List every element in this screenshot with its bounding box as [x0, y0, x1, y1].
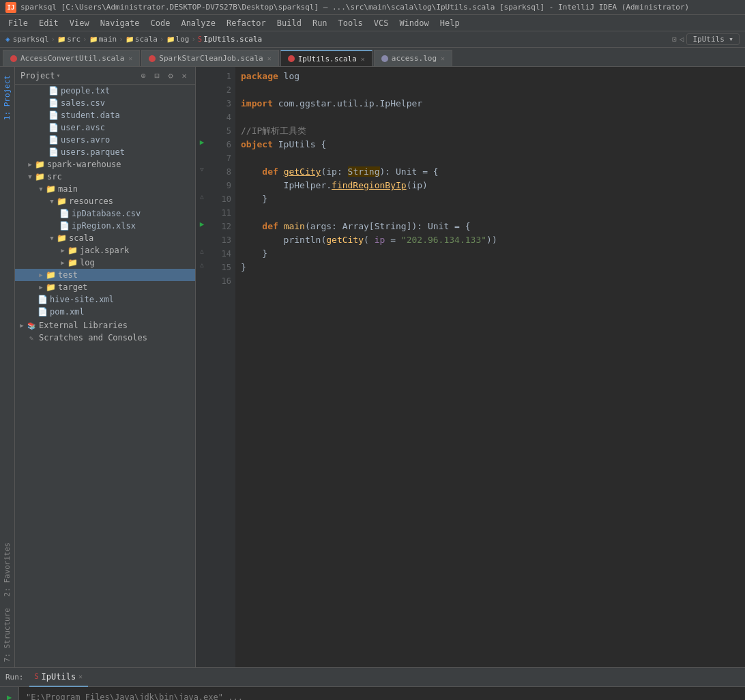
run-gutter-6[interactable]: ▶: [196, 135, 208, 149]
menu-code[interactable]: Code: [145, 17, 176, 29]
project-sidebar: Project ▾ ⊕ ⊟ ⚙ ✕ 📄 people.txt 📄 sales.c…: [15, 67, 196, 667]
code-line-10: }: [241, 192, 740, 206]
code-line-14: }: [241, 247, 740, 261]
tab-access-convert[interactable]: AccessConvertUtil.scala ✕: [3, 50, 140, 66]
tree-spark-warehouse[interactable]: ▶ 📁 spark-warehouse: [15, 158, 195, 171]
menu-help[interactable]: Help: [435, 17, 465, 29]
menu-analyze[interactable]: Analyze: [175, 17, 221, 29]
folder-icon-src: 📁: [34, 171, 45, 182]
tree-scratches-consoles[interactable]: ✎ Scratches and Consoles: [15, 332, 195, 344]
tab-access-log[interactable]: access.log ✕: [374, 50, 452, 66]
tree-main[interactable]: ▼ 📁 main: [15, 183, 195, 195]
menu-build[interactable]: Build: [272, 17, 307, 29]
sidebar-title: Project: [20, 71, 55, 81]
run-panel: Run: S IpUtils ✕ ▶ ▲ ▼ ■ ⏸ ⇌ 📷 🖨 ✕ ⊞ 📌 "…: [0, 667, 745, 700]
settings-btn[interactable]: ⚙: [165, 70, 176, 81]
tree-src[interactable]: ▼ 📁 src: [15, 171, 195, 183]
code-line-13: println(getCity( ip = "202.96.134.133")): [241, 233, 740, 247]
tab-iputils[interactable]: IpUtils.scala ✕: [280, 50, 372, 66]
code-line-9: IpHelper.findRegionByIp(ip): [241, 179, 740, 192]
tree-student-data[interactable]: 📄 student.data: [15, 109, 195, 121]
folder-icon-test: 📁: [45, 269, 56, 280]
code-line-8: def getCity(ip: String): Unit = {: [241, 165, 740, 179]
file-csv-icon: 📄: [48, 98, 59, 108]
editor-area: ▶ ▽ △ ▶ △ △: [196, 67, 745, 667]
tree-users-avro[interactable]: 📄 users.avro: [15, 134, 195, 146]
code-line-6: object IpUtils {: [241, 138, 740, 151]
title-bar: IJ sparksql [C:\Users\Administrator.DESK…: [0, 0, 745, 15]
tab-close-sparkstar[interactable]: ✕: [267, 55, 272, 62]
tree-user-avsc[interactable]: 📄 user.avsc: [15, 121, 195, 134]
tree-people-txt[interactable]: 📄 people.txt: [15, 85, 195, 97]
sidebar-actions: ⊕ ⊟ ⚙ ✕: [138, 70, 190, 81]
menu-refactor[interactable]: Refactor: [221, 17, 272, 29]
tree-ipregion[interactable]: 📄 ipRegion.xlsx: [15, 220, 195, 232]
tab-sparkstar[interactable]: SparkStarCleanJob.scala ✕: [141, 50, 278, 66]
folder-icon-main: 📁: [45, 184, 56, 194]
favorites-tab[interactable]: 2: Favorites: [1, 537, 13, 602]
run-output: "E:\Program Files\Java\jdk\bin\java.exe"…: [19, 687, 745, 700]
tree-hive-site[interactable]: 📄 hive-site.xml: [15, 293, 195, 306]
file-avro-icon: 📄: [48, 134, 59, 145]
menu-navigate[interactable]: Navigate: [95, 17, 145, 29]
brace-gutter-8: ▽: [196, 162, 208, 176]
tree-log[interactable]: ▶ 📁 log: [15, 257, 195, 269]
menu-window[interactable]: Window: [394, 17, 434, 29]
menu-edit[interactable]: Edit: [33, 17, 64, 29]
code-line-15: }: [241, 261, 740, 274]
locate-file-btn[interactable]: ⊕: [138, 70, 149, 81]
run-label: Run:: [5, 673, 24, 682]
tab-label-access-convert: AccessConvertUtil.scala: [20, 54, 124, 63]
tree-ipdatabase[interactable]: 📄 ipDatabase.csv: [15, 207, 195, 220]
code-line-12: def main(args: Array[String]): Unit = {: [241, 220, 740, 233]
menu-tools[interactable]: Tools: [333, 17, 368, 29]
code-line-3: import com.ggstar.util.ip.IpHelper: [241, 97, 740, 111]
file-tree: 📄 people.txt 📄 sales.csv 📄 student.data …: [15, 85, 195, 667]
menu-vcs[interactable]: VCS: [368, 17, 394, 29]
tab-close-access-log[interactable]: ✕: [441, 55, 445, 62]
run-tab-iputils[interactable]: S IpUtils ✕: [29, 668, 89, 687]
breadcrumb-scala[interactable]: scala: [135, 35, 158, 44]
code-content[interactable]: package log import com.ggstar.util.ip.Ip…: [235, 67, 745, 667]
breadcrumb-sparksql[interactable]: sparksql: [13, 35, 49, 44]
file-pom-icon: 📄: [37, 306, 48, 317]
project-tab[interactable]: 1: Project: [1, 70, 13, 126]
tree-target[interactable]: ▶ 📁 target: [15, 281, 195, 293]
tree-resources[interactable]: ▼ 📁 resources: [15, 195, 195, 207]
collapse-all-btn[interactable]: ⊟: [151, 70, 162, 81]
tree-users-parquet[interactable]: 📄 users.parquet: [15, 146, 195, 158]
file-avsc-icon: 📄: [48, 122, 59, 133]
run-gutter-12[interactable]: ▶: [196, 217, 208, 231]
tree-external-libraries[interactable]: ▶ 📚 External Libraries: [15, 319, 195, 332]
breadcrumb-src[interactable]: src: [67, 35, 81, 44]
folder-icon-scala: 📁: [56, 233, 67, 244]
recent-files-btn[interactable]: ◁: [680, 35, 684, 44]
menu-file[interactable]: File: [3, 17, 33, 29]
run-toolbar: ▶ ▲ ▼ ■ ⏸ ⇌ 📷 🖨 ✕ ⊞ 📌: [0, 687, 19, 700]
menu-view[interactable]: View: [64, 17, 95, 29]
close-sidebar-btn[interactable]: ✕: [179, 70, 190, 81]
tree-test[interactable]: ▶ 📁 test: [15, 269, 195, 281]
file-xml-icon: 📄: [37, 294, 48, 305]
run-tab-close[interactable]: ✕: [78, 673, 83, 680]
file-txt-icon: 📄: [48, 85, 59, 96]
tree-pom-xml[interactable]: 📄 pom.xml: [15, 306, 195, 318]
folder-icon-log: 📁: [67, 257, 78, 268]
code-line-11: [241, 206, 740, 220]
tree-sales-csv[interactable]: 📄 sales.csv: [15, 97, 195, 109]
left-panel-tabs: 1: Project 2: Favorites 7: Structure: [0, 67, 15, 667]
maximize-editor-btn[interactable]: ⊡: [672, 35, 677, 44]
iputils-label: IpUtils ▾: [686, 33, 740, 45]
structure-tab[interactable]: 7: Structure: [1, 602, 13, 667]
file-xlsx-icon: 📄: [59, 220, 70, 231]
tree-scala[interactable]: ▼ 📁 scala: [15, 232, 195, 244]
folder-icon-resources: 📁: [56, 196, 67, 207]
tab-close-iputils[interactable]: ✕: [361, 55, 365, 63]
breadcrumb-iputils[interactable]: IpUtils.scala: [203, 35, 262, 44]
menu-run[interactable]: Run: [307, 17, 333, 29]
breadcrumb-log[interactable]: log: [176, 35, 190, 44]
tab-close-access-convert[interactable]: ✕: [128, 55, 132, 62]
run-again-btn[interactable]: ▶: [2, 690, 17, 700]
breadcrumb-main[interactable]: main: [99, 35, 117, 44]
tree-jack-spark[interactable]: ▶ 📁 jack.spark: [15, 244, 195, 257]
